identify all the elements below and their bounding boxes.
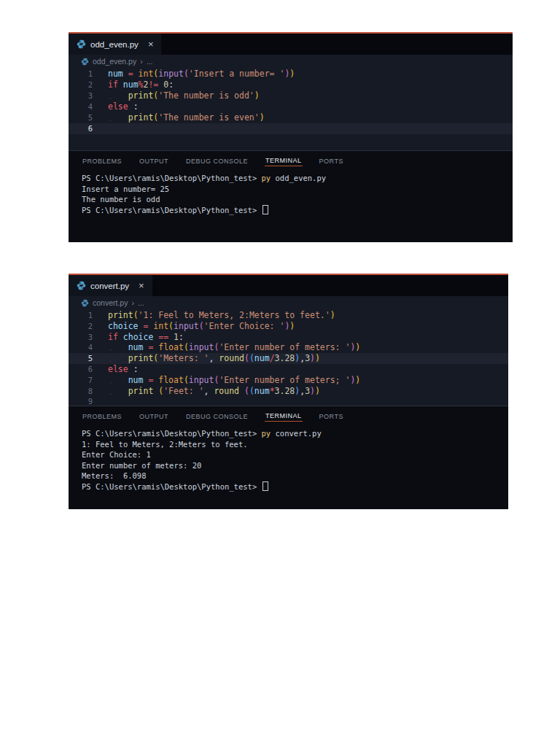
code-token: ): [355, 342, 360, 352]
code-line[interactable]: 1print('1: Feel to Meters, 2:Meters to f…: [69, 310, 508, 321]
code-editor[interactable]: 1print('1: Feel to Meters, 2:Meters to f…: [69, 309, 508, 406]
code-token: input: [189, 342, 214, 352]
code-token: num: [123, 80, 139, 90]
code-line[interactable]: 3if choice == 1:: [69, 332, 508, 343]
code-token: 'Meters: ': [158, 353, 209, 363]
code-token: '1: Feel to Meters, 2:Meters to feet.': [139, 310, 330, 320]
code-token: 'Feet: ': [163, 386, 203, 396]
code-token: ): [254, 90, 260, 101]
python-file-icon: [81, 299, 89, 307]
panel-tab-output[interactable]: OUTPUT: [139, 411, 169, 422]
panel-tab-problems[interactable]: PROBLEMS: [82, 155, 122, 166]
panel-tab-output[interactable]: OUTPUT: [139, 155, 169, 166]
line-number: 6: [69, 123, 93, 134]
tab-close-icon[interactable]: ×: [148, 39, 154, 49]
panel-tab-ports[interactable]: PORTS: [319, 155, 344, 166]
code-token: print: [128, 353, 154, 363]
code-text: print('The number is odd'): [108, 90, 260, 101]
code-line[interactable]: 9: [69, 396, 508, 406]
editor-tab-odd-even[interactable]: odd_even.py ×: [69, 34, 161, 55]
terminal-line: Enter number of meters: 20: [82, 460, 508, 471]
code-token: int: [153, 321, 168, 331]
code-line[interactable]: 3print('The number is odd'): [69, 90, 513, 101]
code-token: 'The number is odd': [158, 90, 254, 101]
code-text: num = float(input('Enter number of meter…: [108, 342, 360, 353]
breadcrumb-symbol[interactable]: ...: [147, 57, 153, 66]
code-token: input: [189, 375, 214, 385]
terminal-text: Insert a number= 25: [82, 185, 169, 193]
code-token: =: [148, 375, 158, 385]
terminal-text: convert.py: [271, 429, 322, 438]
code-editor[interactable]: 1num = int(input('Insert a number= '))2i…: [69, 68, 513, 150]
code-token: =: [143, 321, 153, 331]
vscode-window-odd-even: odd_even.py × odd_even.py › ... 1num = i…: [69, 32, 513, 242]
code-line[interactable]: 6: [69, 123, 513, 134]
terminal-cursor[interactable]: [262, 205, 268, 214]
terminal-cursor[interactable]: [262, 481, 268, 491]
code-text: else :: [108, 101, 139, 112]
code-text: print('The number is even'): [108, 112, 265, 123]
code-token: 'Enter number of meters; ': [219, 375, 350, 385]
panel-tab-debug-console[interactable]: DEBUG CONSOLE: [185, 411, 249, 422]
code-line[interactable]: 8print ('Feet: ', round ((num*3.28),3)): [69, 386, 508, 397]
code-line[interactable]: 4num = float(input('Enter number of mete…: [69, 342, 508, 353]
code-text: num = float(input('Enter number of meter…: [108, 375, 360, 386]
code-line[interactable]: 6else :: [69, 364, 508, 375]
code-line[interactable]: 4else :: [69, 101, 513, 112]
terminal-text: The number is odd: [82, 195, 160, 204]
line-number: 6: [69, 364, 93, 375]
code-token: num: [128, 342, 149, 352]
panel-tab-terminal[interactable]: TERMINAL: [265, 155, 303, 166]
breadcrumb-file[interactable]: convert.py: [93, 298, 128, 307]
code-token: ,: [209, 353, 219, 363]
code-token: %: [139, 80, 144, 90]
code-token: float: [158, 375, 184, 385]
tab-close-icon[interactable]: ×: [139, 281, 144, 290]
code-token: (: [249, 386, 254, 396]
code-token: =: [128, 69, 139, 79]
code-token: input: [174, 321, 199, 331]
terminal-line: Meters: 6.098: [82, 471, 508, 481]
code-token: num: [108, 69, 128, 79]
code-line[interactable]: 5print('Meters: ', round((num/3.28),3)): [69, 353, 508, 364]
terminal[interactable]: PS C:\Users\ramis\Desktop\Python_test> p…: [69, 425, 508, 509]
panel-tab-ports[interactable]: PORTS: [319, 411, 344, 422]
code-token: 1: [174, 332, 179, 342]
breadcrumb[interactable]: odd_even.py › ...: [69, 55, 513, 68]
code-line[interactable]: 7num = float(input('Enter number of mete…: [69, 375, 508, 386]
bottom-panel: PROBLEMSOUTPUTDEBUG CONSOLETERMINALPORTS…: [69, 150, 513, 242]
code-line[interactable]: 2choice = int(input('Enter Choice: ')): [69, 321, 508, 332]
code-token: float: [158, 342, 184, 352]
breadcrumb-symbol[interactable]: ...: [138, 298, 144, 307]
breadcrumb-file[interactable]: odd_even.py: [93, 57, 136, 66]
code-line[interactable]: 2if num%2!= 0:: [69, 80, 513, 90]
code-token: *: [270, 386, 275, 396]
line-number: 9: [69, 396, 93, 406]
code-token: (: [184, 342, 189, 352]
code-token: print: [128, 112, 154, 123]
panel-tab-debug-console[interactable]: DEBUG CONSOLE: [185, 155, 249, 166]
code-token: ): [289, 321, 295, 331]
line-number: 5: [69, 353, 93, 364]
panel-tab-problems[interactable]: PROBLEMS: [82, 411, 122, 422]
panel-tab-terminal[interactable]: TERMINAL: [265, 410, 303, 422]
line-number: 1: [69, 69, 93, 80]
tab-filename: convert.py: [90, 282, 129, 290]
code-line[interactable]: 1num = int(input('Insert a number= ')): [69, 69, 513, 80]
breadcrumb[interactable]: convert.py › ...: [69, 296, 508, 309]
terminal-line: Enter Choice: 1: [82, 449, 508, 460]
code-token: choice: [108, 321, 143, 331]
code-line[interactable]: 5print('The number is even'): [69, 112, 513, 123]
code-token: num: [128, 375, 149, 385]
code-token: round: [214, 386, 244, 396]
document-page: { "colors": { "accent-line": "#bf4f38", …: [0, 0, 560, 747]
code-token: (: [184, 375, 189, 385]
terminal-line: 1: Feel to Meters, 2:Meters to feet.: [82, 439, 508, 450]
code-token: ): [289, 69, 295, 79]
terminal-line: PS C:\Users\ramis\Desktop\Python_test> p…: [82, 173, 513, 184]
breadcrumb-separator: ›: [140, 57, 143, 66]
code-token: round: [219, 353, 244, 363]
terminal-text: Enter number of meters: 20: [82, 461, 201, 470]
editor-tab-convert[interactable]: convert.py ×: [69, 275, 152, 296]
terminal[interactable]: PS C:\Users\ramis\Desktop\Python_test> p…: [69, 170, 513, 242]
